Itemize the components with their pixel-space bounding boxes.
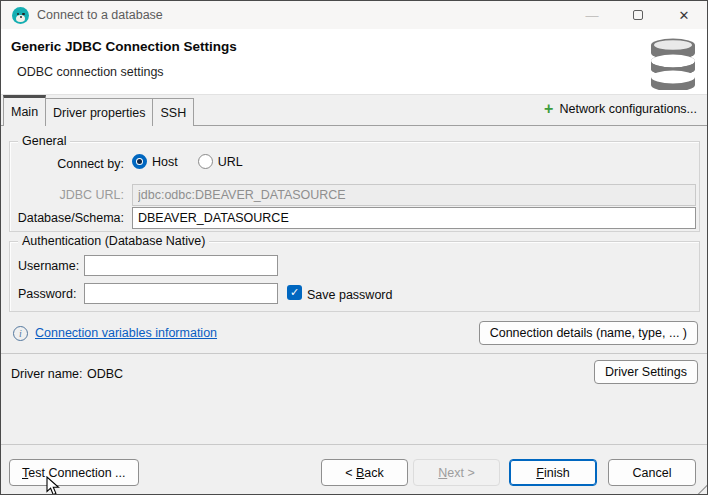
save-password-label: Save password — [307, 288, 392, 302]
driver-name-value: ODBC — [87, 367, 123, 381]
minimize-button[interactable]: — — [569, 1, 615, 29]
network-configurations-label: Network configurations... — [559, 102, 697, 116]
connect-to-database-dialog: Connect to a database — ✕ Generic JDBC C… — [0, 0, 708, 495]
tab-main[interactable]: Main — [3, 95, 46, 126]
minimize-icon: — — [586, 8, 599, 23]
network-configurations-button[interactable]: + Network configurations... — [544, 102, 697, 116]
username-label: Username: — [18, 259, 82, 273]
plus-icon: + — [544, 102, 553, 116]
connect-by-options: Host URL — [132, 154, 243, 169]
next-button: Next > — [413, 459, 500, 486]
driver-name-label: Driver name: — [11, 367, 83, 381]
page-title: Generic JDBC Connection Settings — [11, 39, 237, 54]
back-button[interactable]: < Back — [321, 459, 408, 486]
test-connection-button[interactable]: Test Connection ... — [9, 459, 139, 486]
page-subtitle: ODBC connection settings — [17, 65, 164, 79]
footer-divider — [1, 444, 707, 445]
connection-details-button[interactable]: Connection details (name, type, ... ) — [479, 321, 698, 345]
radio-url-label: URL — [218, 155, 243, 169]
general-group: General Connect by: Host URL JDBC URL: D… — [9, 141, 700, 232]
info-icon: i — [13, 326, 28, 341]
authentication-group: Authentication (Database Native) Usernam… — [9, 241, 700, 312]
driver-row-divider — [1, 353, 707, 354]
radio-host-label: Host — [152, 155, 178, 169]
tab-bar: Main Driver properties SSH — [3, 98, 194, 126]
check-icon: ✓ — [290, 286, 299, 298]
window-title: Connect to a database — [37, 8, 163, 22]
radio-url[interactable] — [198, 154, 213, 169]
connect-by-label: Connect by: — [10, 157, 124, 171]
dbeaver-app-icon — [12, 7, 29, 24]
wizard-header: Generic JDBC Connection Settings ODBC co… — [1, 29, 707, 95]
general-group-title: General — [18, 134, 70, 148]
connection-variables-link[interactable]: Connection variables information — [35, 326, 217, 340]
tab-driver-properties[interactable]: Driver properties — [46, 98, 153, 126]
maximize-icon — [633, 10, 643, 20]
save-password-checkbox[interactable]: ✓ — [287, 285, 302, 300]
cancel-button[interactable]: Cancel — [608, 459, 696, 486]
database-schema-label: Database/Schema: — [10, 211, 124, 225]
password-label: Password: — [18, 287, 82, 301]
close-button[interactable]: ✕ — [661, 1, 707, 29]
driver-settings-button[interactable]: Driver Settings — [594, 360, 698, 384]
tab-ssh[interactable]: SSH — [153, 98, 194, 126]
close-icon: ✕ — [679, 8, 690, 23]
resize-grip[interactable] — [696, 484, 708, 495]
authentication-group-title: Authentication (Database Native) — [18, 234, 209, 248]
mouse-cursor-icon — [46, 476, 61, 495]
radio-host[interactable] — [132, 154, 147, 169]
maximize-button[interactable] — [615, 1, 661, 29]
jdbc-url-field — [132, 184, 696, 206]
database-schema-field[interactable] — [132, 207, 696, 229]
database-icon — [649, 34, 697, 90]
jdbc-url-label: JDBC URL: — [10, 188, 124, 202]
window-controls: — ✕ — [569, 1, 707, 29]
title-bar: Connect to a database — ✕ — [1, 1, 707, 29]
username-field[interactable] — [84, 255, 278, 276]
password-field[interactable] — [84, 283, 278, 304]
finish-button[interactable]: Finish — [509, 459, 597, 486]
